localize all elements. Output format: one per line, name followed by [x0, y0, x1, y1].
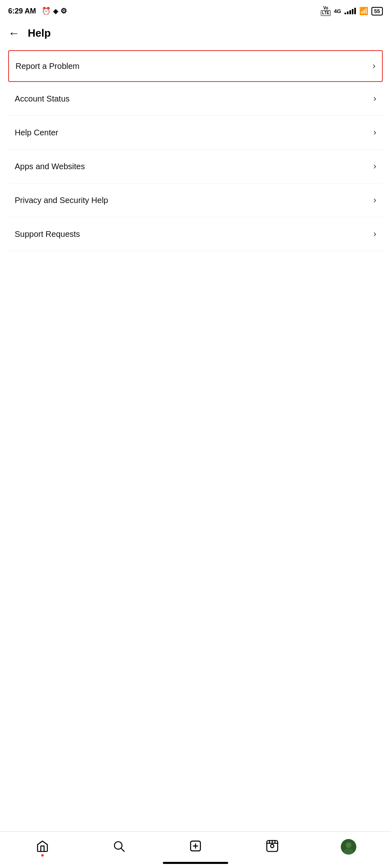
chevron-right-icon: ›	[373, 127, 376, 138]
nav-item-home[interactable]	[4, 839, 81, 854]
profile-avatar	[341, 839, 356, 855]
home-icon	[36, 839, 49, 854]
nav-item-create[interactable]	[157, 839, 234, 854]
page-title: Help	[28, 27, 51, 40]
chevron-right-icon: ›	[373, 93, 376, 104]
svg-point-12	[346, 842, 351, 848]
chevron-right-icon: ›	[373, 161, 376, 172]
menu-item-privacy-security[interactable]: Privacy and Security Help ›	[8, 183, 383, 217]
menu-item-support-requests[interactable]: Support Requests ›	[8, 217, 383, 251]
chevron-right-icon: ›	[373, 61, 375, 71]
menu-item-label: Apps and Websites	[15, 162, 85, 171]
chevron-right-icon: ›	[373, 195, 376, 205]
wifi-icon: 📶	[359, 7, 368, 15]
bottom-navigation	[0, 831, 391, 868]
reels-icon	[266, 839, 279, 854]
battery-indicator: 55	[371, 7, 383, 15]
status-bar: 6:29 AM ⏰ ◈ ⚙ Vo LTE 4G 📶 55	[0, 0, 391, 20]
back-button[interactable]: ←	[8, 28, 20, 39]
search-icon	[112, 839, 125, 854]
status-right-icons: Vo LTE 4G 📶 55	[321, 6, 383, 16]
status-time: 6:29 AM ⏰ ◈ ⚙	[8, 7, 67, 15]
nfc-icon: ◈	[53, 7, 58, 15]
create-post-icon	[189, 839, 202, 854]
menu-item-apps-websites[interactable]: Apps and Websites ›	[8, 150, 383, 183]
home-indicator-bar	[163, 862, 228, 864]
time-text: 6:29 AM	[8, 7, 36, 15]
menu-item-label: Help Center	[15, 128, 58, 137]
menu-item-label: Report a Problem	[16, 62, 80, 71]
svg-line-1	[121, 848, 124, 851]
page-header: ← Help	[0, 20, 391, 46]
nav-item-reels[interactable]	[234, 839, 311, 854]
signal-strength-icon	[344, 8, 356, 14]
menu-item-label: Privacy and Security Help	[15, 196, 108, 205]
menu-item-report-problem[interactable]: Report a Problem ›	[8, 50, 383, 82]
volte-indicator: Vo LTE	[321, 6, 331, 16]
nav-item-search[interactable]	[81, 839, 158, 854]
network-4g: 4G	[334, 8, 341, 14]
clock-icon: ⏰	[42, 7, 51, 15]
help-menu-list: Report a Problem › Account Status › Help…	[0, 50, 391, 251]
home-active-dot	[41, 854, 44, 857]
menu-item-label: Support Requests	[15, 230, 80, 239]
svg-point-6	[271, 844, 274, 848]
menu-item-label: Account Status	[15, 94, 70, 104]
chevron-right-icon: ›	[373, 229, 376, 239]
nav-item-profile[interactable]	[310, 839, 387, 855]
menu-item-help-center[interactable]: Help Center ›	[8, 116, 383, 150]
menu-item-account-status[interactable]: Account Status ›	[8, 82, 383, 116]
status-left-icons: ⏰ ◈ ⚙	[42, 7, 67, 15]
settings-icon: ⚙	[60, 7, 67, 15]
